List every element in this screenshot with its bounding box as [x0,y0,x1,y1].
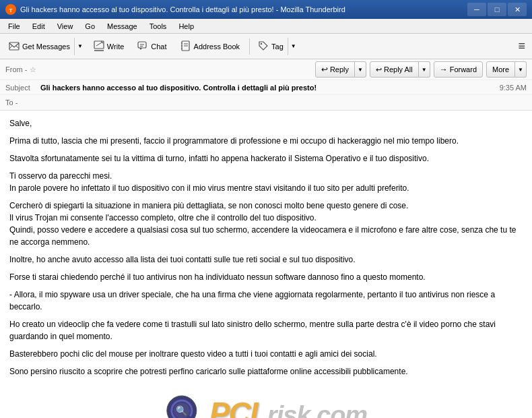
body-p8: Ho creato un videoclip che fa vedere com… [9,318,523,342]
more-button[interactable]: More [486,61,515,78]
reply-button[interactable]: ↩ Reply [315,61,355,78]
body-p4: Cercherò di spiegarti la situazione in m… [9,200,523,248]
write-icon [94,40,104,53]
reply-all-button[interactable]: ↩ Reply All [370,61,419,78]
toolbar-menu-icon[interactable]: ≡ [515,36,528,56]
more-group[interactable]: More ▼ [486,61,527,78]
watermark-suffix: risk.com [267,401,367,418]
svg-line-3 [9,46,12,49]
svg-point-20 [167,396,197,419]
body-p3: Ti osservo da parecchi mesi. In parole p… [9,170,523,194]
menu-go[interactable]: Go [79,21,100,32]
reply-all-arrow[interactable]: ▼ [419,61,430,78]
reply-all-icon: ↩ [376,65,382,74]
address-book-label: Address Book [194,42,240,51]
subject-value: Gli hackers hanno accesso al tuo disposi… [40,84,494,92]
tag-label: Tag [271,42,284,51]
forward-icon: → [440,65,448,74]
chat-icon [137,40,148,53]
svg-text:🔍: 🔍 [176,405,188,417]
menu-file[interactable]: File [3,21,26,32]
to-row: To - [0,95,532,110]
from-row: From - ☆ ↩ Reply ▼ ↩ Reply All [0,59,532,80]
body-p1: Prima di tutto, lascia che mi presenti, … [9,135,523,147]
toolbar: Get Messages ▼ Write Chat [0,34,532,59]
timestamp: 9:35 AM [500,84,527,92]
menu-bar: File Edit View Go Message Tools Help [0,19,532,34]
tag-arrow[interactable]: ▼ [288,38,299,55]
tag-dropdown[interactable]: Tag ▼ [253,37,300,56]
chat-button[interactable]: Chat [131,37,172,56]
forward-button[interactable]: → Forward [434,61,483,78]
from-left: From - ☆ [5,65,36,74]
forward-label: Forward [450,65,477,73]
menu-tools[interactable]: Tools [144,21,172,32]
from-label: From - [5,65,27,73]
svg-rect-2 [9,42,19,50]
tag-icon [258,40,269,53]
body-p5: Inoltre, ho anche avuto accesso alla lis… [9,253,523,266]
watermark-text-container: PCLrisk.com [209,390,367,418]
svg-line-8 [96,42,102,46]
address-book-button[interactable]: Address Book [174,37,246,56]
subject-row: Subject Gli hackers hanno accesso al tuo… [0,80,532,95]
body-p0: Salve, [9,117,523,129]
reply-group[interactable]: ↩ Reply ▼ [315,61,366,78]
write-button[interactable]: Write [88,37,130,56]
menu-edit[interactable]: Edit [27,21,51,32]
get-messages-label: Get Messages [22,42,70,51]
email-body: Salve, Prima di tutto, lascia che mi pre… [9,117,523,378]
body-p10: Sono persino riuscito a scoprire che pot… [9,365,523,378]
to-label: To - [5,98,40,107]
address-book-icon [180,40,191,53]
get-messages-dropdown[interactable]: Get Messages ▼ [4,37,86,56]
write-label: Write [107,42,124,51]
email-header: From - ☆ ↩ Reply ▼ ↩ Reply All [0,59,532,111]
svg-point-23 [174,402,190,419]
from-star[interactable]: ☆ [30,65,36,74]
title-bar-controls: ─ □ ✕ [467,3,527,16]
menu-view[interactable]: View [52,21,79,32]
reply-label: Reply [330,65,349,73]
reply-arrow[interactable]: ▼ [355,61,366,78]
svg-point-19 [261,42,262,44]
get-messages-icon [9,40,20,53]
reply-all-label: Reply All [384,65,413,73]
title-bar: T Gli hackers hanno accesso al tuo dispo… [0,0,532,19]
email-action-buttons: ↩ Reply ▼ ↩ Reply All ▼ → Forward [315,61,527,78]
body-p2: Stavolta sfortunatamente sei tu la vitti… [9,152,523,165]
get-messages-arrow[interactable]: ▼ [74,38,86,55]
close-button[interactable]: ✕ [508,3,527,16]
watermark: 🔍 PCLrisk.com [165,390,367,418]
menu-help[interactable]: Help [173,21,199,32]
reply-all-group[interactable]: ↩ Reply All ▼ [370,61,430,78]
menu-message[interactable]: Message [102,21,143,32]
body-p9: Basterebbero pochi clic del mouse per in… [9,348,523,360]
svg-marker-10 [139,48,142,50]
minimize-button[interactable]: ─ [467,3,486,16]
body-p7: - Allora, il mio spyware usa un driver s… [9,289,523,313]
reply-icon: ↩ [321,65,328,74]
tag-button[interactable]: Tag [254,38,288,55]
title-bar-left: T Gli hackers hanno accesso al tuo dispo… [5,4,345,15]
more-label: More [492,65,509,73]
body-p6: Forse ti starai chiedendo perché il tuo … [9,271,523,283]
subject-label: Subject [5,84,40,92]
window-title: Gli hackers hanno accesso al tuo disposi… [20,5,345,13]
chat-label: Chat [151,42,166,51]
toolbar-separator [249,38,250,55]
watermark-brand: PCL [209,396,267,418]
more-arrow[interactable]: ▼ [515,61,527,78]
svg-point-21 [172,400,192,419]
maximize-button[interactable]: □ [488,3,506,16]
main-container: From - ☆ ↩ Reply ▼ ↩ Reply All [0,59,532,418]
app-icon: T [5,4,16,15]
email-body-container: Salve, Prima di tutto, lascia che mi pre… [0,111,532,418]
get-messages-button[interactable]: Get Messages [5,38,74,55]
watermark-icon: 🔍 [165,394,205,419]
svg-text:T: T [9,7,13,13]
